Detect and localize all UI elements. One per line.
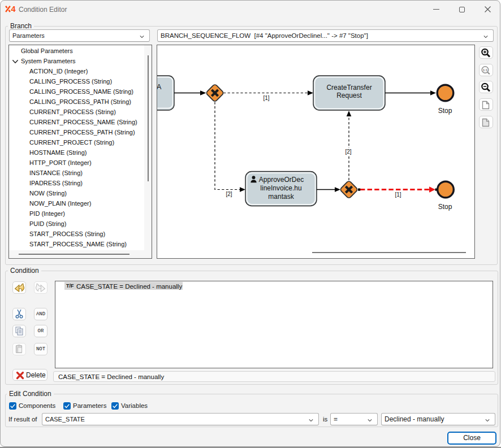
- svg-text:Stop: Stop: [438, 203, 452, 211]
- svg-text:[1]: [1]: [395, 192, 401, 198]
- svg-text:[2]: [2]: [226, 191, 232, 197]
- svg-text:[2]: [2]: [345, 149, 351, 155]
- svg-text:A: A: [157, 83, 162, 91]
- svg-text:1:1: 1:1: [483, 68, 488, 72]
- svg-text:4: 4: [11, 6, 16, 12]
- svg-text:[1]: [1]: [263, 95, 269, 101]
- svg-text:lineInvoice.hu: lineInvoice.hu: [260, 184, 301, 192]
- svg-text:ApproveOrDec: ApproveOrDec: [259, 176, 304, 184]
- svg-text:Stop: Stop: [438, 107, 452, 115]
- svg-text:Request: Request: [336, 92, 362, 99]
- svg-text:CreateTransfer: CreateTransfer: [326, 84, 372, 92]
- svg-text:mantask: mantask: [268, 193, 294, 201]
